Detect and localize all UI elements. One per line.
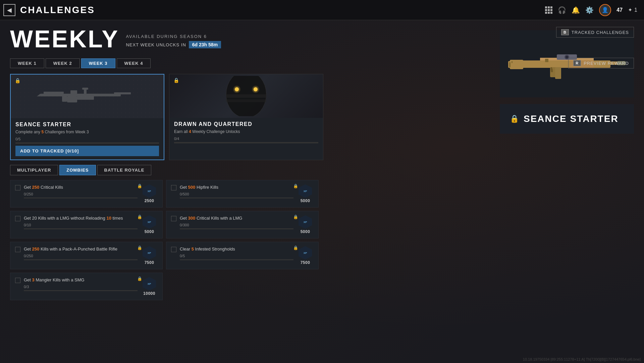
challenge-item-pack-punched[interactable]: Get 250 Kills with a Pack-A-Punched Batt…: [10, 242, 163, 269]
challenge-details-3: Get 20 Kills with a LMG without Reloadin…: [24, 215, 138, 229]
challenge-lock-4: 🔒: [293, 215, 298, 219]
xp-amount-4: 5000: [301, 229, 310, 234]
nav-right-group: 🎧 🔔 ⚙️ 👤 47 ✦ 1: [545, 4, 637, 16]
ghost-image: [169, 74, 323, 118]
player-level: 47: [616, 7, 623, 13]
available-text: AVAILABLE DURING SEASON 6: [126, 34, 221, 39]
nav-left-group: ◀ CHALLENGES: [3, 4, 95, 16]
progress-bar-1: [24, 197, 138, 198]
mode-tab-multiplayer[interactable]: MULTIPLAYER: [10, 165, 58, 175]
preview-key-badge: R: [573, 60, 581, 66]
main-content: WEEKLY AVAILABLE DURING SEASON 6 NEXT WE…: [0, 20, 644, 307]
xp-amount-1: 2500: [145, 198, 154, 203]
challenge-progress-4: 0/300: [180, 223, 293, 227]
xp-hex-icon-4: XP: [299, 215, 312, 229]
challenge-item-critical-kills[interactable]: Get 250 Critical Kills 0/250 🔒 XP 2500: [10, 180, 163, 208]
challenge-lock-2: 🔒: [293, 184, 298, 188]
svg-rect-5: [77, 96, 94, 100]
add-to-tracked-button[interactable]: ADD TO TRACKED [0/10]: [15, 146, 159, 156]
progress-bar-2: [180, 197, 293, 198]
weekly-header: WEEKLY AVAILABLE DURING SEASON 6 NEXT WE…: [10, 27, 634, 51]
challenge-details-7: Get 3 Mangler Kills with a SMG 0/3: [24, 277, 138, 291]
challenge-details-1: Get 250 Critical Kills 0/250: [24, 184, 138, 198]
mode-tab-zombies[interactable]: ZOMBIES: [59, 165, 96, 175]
challenge-checkbox-7[interactable]: [15, 278, 20, 283]
progress-bar-5: [24, 259, 138, 260]
xp-hex-icon-2: XP: [299, 184, 312, 198]
challenge-checkbox-3[interactable]: [15, 216, 20, 221]
xp-amount-2: 5000: [301, 198, 310, 203]
settings-icon[interactable]: ⚙️: [585, 6, 594, 14]
svg-rect-15: [226, 94, 266, 98]
challenge-item-hipfire-kills[interactable]: Get 500 Hipfire Kills 0/500 🔒 XP 5000: [166, 180, 319, 208]
xp-amount-6: 7500: [301, 260, 310, 265]
challenge-desc-1: Get 250 Critical Kills: [24, 184, 138, 190]
xp-hex-icon-3: XP: [143, 215, 156, 229]
challenge-cards-top: 🔒: [10, 74, 634, 160]
weapon-image-1: [34, 83, 141, 110]
svg-point-12: [235, 87, 239, 91]
xp-hex-icon-7: XP: [143, 277, 156, 290]
challenge-checkbox-5[interactable]: [15, 247, 20, 252]
debug-info: 10.18.19750334 [89:255:11278+11:A] Th[72…: [523, 357, 641, 361]
challenge-desc-2: Get 500 Hipfire Kills: [180, 184, 293, 190]
challenge-item-lmg-critical[interactable]: Get 300 Critical Kills with a LMG 0/300 …: [166, 211, 319, 238]
challenge-card-seance-starter[interactable]: 🔒: [10, 74, 164, 160]
xp-badge-4: XP 5000: [297, 215, 314, 234]
headset-icon[interactable]: 🎧: [558, 6, 566, 14]
svg-point-14: [254, 87, 258, 91]
card-image-seance: 🔒: [11, 75, 164, 118]
challenge-desc-6: Clear 5 Infested Strongholds: [180, 246, 293, 252]
challenge-lock-1: 🔒: [137, 184, 142, 188]
week-tabs: WEEK 1 WEEK 2 WEEK 3 WEEK 4: [10, 58, 151, 68]
xp-hex-icon-6: XP: [299, 246, 312, 260]
challenge-item-mangler-smg[interactable]: Get 3 Mangler Kills with a SMG 0/3 🔒 XP …: [10, 273, 163, 300]
progress-bar-4: [180, 228, 293, 229]
challenge-desc-5: Get 250 Kills with a Pack-A-Punched Batt…: [24, 246, 138, 252]
weekly-title-block: WEEKLY AVAILABLE DURING SEASON 6 NEXT WE…: [10, 27, 221, 51]
card-title-seance: SEANCE STARTER: [15, 122, 159, 128]
xp-amount-5: 7500: [145, 260, 154, 265]
week-tab-4[interactable]: WEEK 4: [117, 58, 151, 68]
challenge-checkbox-6[interactable]: [171, 247, 176, 252]
ghost-svg: [196, 76, 297, 116]
preview-reward-label: PREVIEW REWARD: [584, 61, 629, 66]
svg-rect-9: [82, 88, 88, 90]
card-info-seance: SEANCE STARTER Complete any 5 Challenges…: [11, 118, 164, 160]
prestige-icon: ✦: [628, 7, 632, 13]
challenge-lock-6: 🔒: [293, 245, 298, 250]
challenge-item-infested-strongholds[interactable]: Clear 5 Infested Strongholds 0/5 🔒 XP 75…: [166, 242, 319, 269]
weekly-subtitle: AVAILABLE DURING SEASON 6 NEXT WEEK UNLO…: [126, 34, 221, 51]
card-progress-text-seance: 0/5: [15, 137, 159, 141]
challenge-details-5: Get 250 Kills with a Pack-A-Punched Batt…: [24, 246, 138, 260]
challenge-item-lmg-noreload[interactable]: Get 20 Kills with a LMG without Reloadin…: [10, 211, 163, 238]
xp-amount-3: 5000: [145, 229, 154, 234]
challenge-checkbox-1[interactable]: [15, 185, 20, 190]
week-tab-3[interactable]: WEEK 3: [81, 58, 115, 68]
grid-view-icon[interactable]: [545, 6, 552, 14]
challenge-checkbox-4[interactable]: [171, 216, 176, 221]
notifications-icon[interactable]: 🔔: [572, 6, 580, 14]
challenge-card-drawn-quartered[interactable]: 🔒: [169, 74, 323, 160]
mode-tab-battle-royale[interactable]: BATTLE ROYALE: [97, 165, 152, 175]
week-tabs-row: WEEK 1 WEEK 2 WEEK 3 WEEK 4 R PREVIEW RE…: [10, 58, 634, 69]
tracked-challenges-button[interactable]: B TRACKED CHALLENGES: [556, 27, 634, 38]
challenge-desc-7: Get 3 Mangler Kills with a SMG: [24, 277, 138, 283]
progress-bar-6: [180, 259, 293, 260]
week-tab-2[interactable]: WEEK 2: [46, 58, 80, 68]
back-button[interactable]: ◀: [3, 4, 15, 16]
card-image-drawn: 🔒: [169, 74, 323, 118]
nav-icons: 🎧 🔔 ⚙️ 👤 47 ✦ 1: [545, 4, 637, 16]
challenge-desc-4: Get 300 Critical Kills with a LMG: [180, 215, 293, 221]
next-week-timer: 6d 23h 58m: [189, 41, 221, 48]
challenge-checkbox-2[interactable]: [171, 185, 176, 190]
challenge-progress-3: 0/10: [24, 223, 138, 227]
player-avatar[interactable]: 👤: [599, 4, 611, 16]
card-desc-drawn: Earn all 4 Weekly Challenge Unlocks: [174, 129, 318, 134]
preview-reward-button[interactable]: R PREVIEW REWARD: [568, 58, 634, 69]
tracked-challenges-label: TRACKED CHALLENGES: [572, 30, 629, 35]
xp-amount-7: 10000: [143, 291, 155, 296]
svg-rect-16: [226, 99, 266, 102]
week-tab-1[interactable]: WEEK 1: [10, 58, 44, 68]
weekly-title: WEEKLY: [10, 27, 119, 51]
